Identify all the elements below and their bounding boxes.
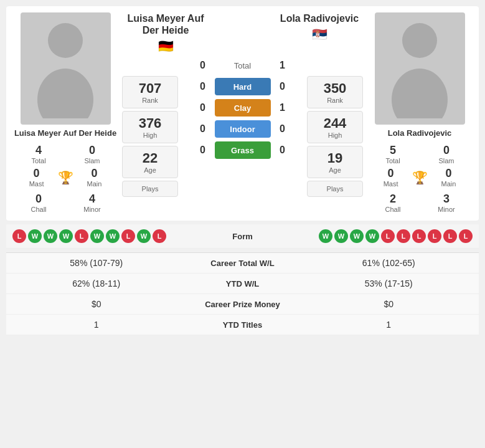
clay-right-score: 1 <box>273 102 292 113</box>
indoor-left-score: 0 <box>194 123 212 135</box>
right-chall-value: 2 <box>368 193 418 206</box>
left-player-avatar <box>21 12 111 125</box>
right-age-value: 19 <box>311 150 359 166</box>
left-player-stats-grid: 4 Total 0 Slam <box>12 143 118 166</box>
grass-right-score: 0 <box>273 145 292 156</box>
form-badge-l: L <box>459 229 473 243</box>
stats-right-0: 61% (102-65) <box>305 258 473 268</box>
left-mast-value: 0 <box>29 167 44 180</box>
right-player-stats-grid2: 2 Chall 3 Minor <box>367 191 473 214</box>
form-badge-w: W <box>319 229 332 243</box>
left-rank-value: 707 <box>126 80 174 97</box>
left-age-label: Age <box>126 166 174 174</box>
svg-point-1 <box>37 69 93 118</box>
left-player-name: Luisa Meyer Auf Der Heide <box>14 128 116 138</box>
stats-row-2: $0 Career Prize Money $0 <box>6 294 479 315</box>
grass-left-score: 0 <box>194 145 212 156</box>
left-total-stat: 4 Total <box>12 143 65 166</box>
left-flag: 🇩🇪 <box>122 39 209 54</box>
total-row: 0 Total 1 <box>122 60 363 71</box>
right-mast-stat: 0 Mast <box>382 166 400 189</box>
clay-row: 0 Clay 1 <box>194 99 292 117</box>
right-player-name: Lola Radivojevic <box>388 128 452 138</box>
svg-point-3 <box>392 69 448 118</box>
stats-right-1: 53% (17-15) <box>305 279 473 288</box>
center-area: Luisa Meyer Auf Der Heide 🇩🇪 Lola Radivo… <box>122 12 363 214</box>
left-player-area: Luisa Meyer Auf Der Heide 4 Total 0 Slam… <box>12 12 118 214</box>
form-row: LWWWLWWLWL Form WWWWLLLLLL <box>6 224 479 249</box>
stats-row-0: 58% (107-79) Career Total W/L 61% (102-6… <box>6 253 479 274</box>
left-chall-value: 0 <box>14 193 64 206</box>
grass-label: Grass <box>231 146 254 155</box>
stats-left-0: 58% (107-79) <box>12 258 181 268</box>
right-player-stats-grid: 5 Total 0 Slam <box>367 143 473 166</box>
left-minor-value: 4 <box>67 193 117 206</box>
right-age-box: 19 Age <box>307 146 363 178</box>
left-high-box: 376 High <box>122 111 178 143</box>
form-badge-l: L <box>75 229 88 243</box>
hard-left-score: 0 <box>194 81 212 92</box>
form-badge-l: L <box>153 229 166 243</box>
form-badge-w: W <box>137 229 151 243</box>
stats-center-2: Career Prize Money <box>181 300 305 309</box>
right-total-stat: 5 Total <box>367 143 419 166</box>
form-badge-w: W <box>334 229 348 243</box>
right-total-value: 5 <box>368 144 418 157</box>
left-stat-boxes: 707 Rank 376 High 22 Age Plays <box>122 76 178 197</box>
stats-right-2: $0 <box>305 299 473 309</box>
left-slam-label: Slam <box>67 157 117 164</box>
right-high-value: 244 <box>311 115 359 131</box>
left-trophy-row: 0 Mast 🏆 0 Main <box>12 166 118 189</box>
top-section: Luisa Meyer Auf Der Heide 4 Total 0 Slam… <box>6 6 479 221</box>
right-form-badges: WWWWLLLLLL <box>305 229 473 243</box>
hard-label: Hard <box>233 82 252 92</box>
main-container: Luisa Meyer Auf Der Heide 4 Total 0 Slam… <box>0 0 485 341</box>
left-high-value: 376 <box>126 115 174 131</box>
clay-left-score: 0 <box>194 102 212 113</box>
form-badge-l: L <box>428 229 441 243</box>
right-mast-label: Mast <box>384 180 398 188</box>
form-badge-l: L <box>443 229 457 243</box>
stats-center-0: Career Total W/L <box>181 259 305 268</box>
left-main-value: 0 <box>87 167 102 180</box>
right-total-label: Total <box>368 157 418 164</box>
left-high-label: High <box>126 131 174 139</box>
right-flag: 🇷🇸 <box>276 27 363 42</box>
grass-button[interactable]: Grass <box>215 141 271 159</box>
clay-button[interactable]: Clay <box>215 99 271 117</box>
left-mast-stat: 0 Mast <box>28 166 45 189</box>
left-age-value: 22 <box>126 150 174 166</box>
left-form-badges: LWWWLWWLWL <box>12 229 181 243</box>
stats-center-1: YTD W/L <box>181 279 305 288</box>
right-header: Lola Radivojevic 🇷🇸 <box>276 12 363 42</box>
left-rank-label: Rank <box>126 97 174 104</box>
right-chall-label: Chall <box>368 206 418 213</box>
stats-row-1: 62% (18-11) YTD W/L 53% (17-15) <box>6 274 479 294</box>
left-age-box: 22 Age <box>122 146 178 178</box>
left-header: Luisa Meyer Auf Der Heide 🇩🇪 <box>122 12 209 54</box>
left-plays-box: Plays <box>122 181 178 197</box>
stats-left-2: $0 <box>12 299 181 309</box>
center-surfaces: 0 Hard 0 0 Clay 1 <box>181 76 304 197</box>
form-center-label: Form <box>181 232 305 241</box>
indoor-right-score: 0 <box>273 123 292 135</box>
grass-row: 0 Grass 0 <box>194 141 292 159</box>
right-plays-box: Plays <box>307 181 363 197</box>
hard-button[interactable]: Hard <box>215 78 271 95</box>
right-high-box: 244 High <box>307 111 363 143</box>
right-slam-label: Slam <box>421 157 471 164</box>
right-minor-stat: 3 Minor <box>420 191 473 214</box>
form-badge-w: W <box>28 229 42 243</box>
right-slam-stat: 0 Slam <box>420 143 473 166</box>
form-badge-l: L <box>412 229 426 243</box>
indoor-button[interactable]: Indoor <box>215 120 271 138</box>
hard-right-score: 0 <box>273 81 292 92</box>
right-age-label: Age <box>311 166 359 174</box>
left-slam-value: 0 <box>67 144 117 157</box>
stats-center-3: YTD Titles <box>181 320 305 330</box>
hard-row: 0 Hard 0 <box>194 78 292 95</box>
right-rank-label: Rank <box>311 97 359 104</box>
right-header-name: Lola Radivojevic <box>276 12 363 24</box>
indoor-label: Indoor <box>230 125 255 134</box>
right-stat-boxes: 350 Rank 244 High 19 Age Plays <box>307 76 363 197</box>
